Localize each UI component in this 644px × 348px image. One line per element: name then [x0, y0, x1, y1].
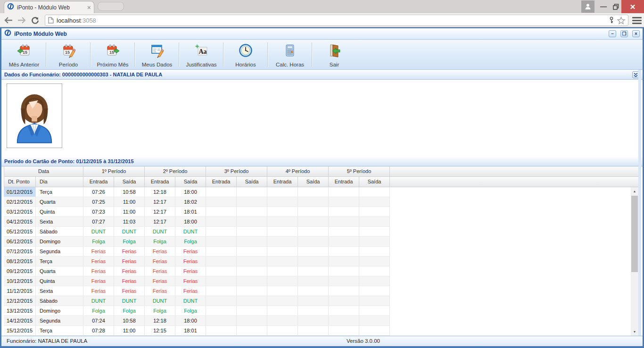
grid-column-header[interactable]: Entrada	[267, 177, 298, 187]
grid-row[interactable]: 05/12/2015SábadoDUNTDUNTDUNTDUNT	[4, 227, 638, 237]
grid-column-header[interactable]: Entrada	[329, 177, 359, 187]
app-close-button[interactable]: ×	[632, 30, 640, 37]
cell-time: Folga	[83, 306, 114, 316]
cell-date[interactable]: 07/12/2015	[4, 247, 36, 257]
grid-row[interactable]: 10/12/2015QuintaFeriasFeriasFeriasFerias	[4, 276, 638, 286]
grid-column-header[interactable]: Saída	[114, 177, 145, 187]
scroll-down-icon[interactable]: ▼	[631, 328, 638, 336]
employee-section-header: Dados do Funcionário: 0000000000000303 -…	[1, 70, 643, 80]
grid-group-header[interactable]: 4º Período	[267, 166, 329, 177]
grid-group-header[interactable]: 1º Período	[83, 166, 145, 177]
grid-column-header[interactable]: Dt. Ponto	[4, 177, 36, 187]
toolbar-justificativas-button[interactable]: Aa+Justificativas	[181, 40, 222, 69]
cell-date[interactable]: 04/12/2015	[4, 217, 36, 227]
cell-day: Quinta	[36, 207, 83, 217]
cell-time: Folga	[175, 237, 206, 247]
grid-row[interactable]: 12/12/2015SábadoDUNTDUNTDUNTDUNT	[4, 296, 638, 306]
toolbar-horarios-button[interactable]: Horários	[225, 40, 266, 69]
grid-row[interactable]: 02/12/2015Quarta07:2511:0012:1718:02	[4, 197, 638, 207]
toolbar-periodo-button[interactable]: 15Período	[48, 40, 89, 69]
back-button[interactable]	[3, 15, 14, 26]
cell-date[interactable]: 09/12/2015	[4, 266, 36, 276]
toolbar-sair-button[interactable]: Sair	[314, 40, 355, 69]
cell-date[interactable]: 06/12/2015	[4, 237, 36, 247]
cell-date[interactable]: 15/12/2015	[4, 326, 36, 336]
app-minimize-button[interactable]: –	[609, 30, 616, 37]
window-restore-button[interactable]	[610, 0, 621, 13]
cell-date[interactable]: 12/12/2015	[4, 296, 36, 306]
toolbar-proximo-mes-button[interactable]: 15Próximo Mês	[92, 40, 133, 69]
grid-group-header[interactable]: 3º Período	[206, 166, 267, 177]
cell-time	[359, 316, 390, 326]
cell-date[interactable]: 03/12/2015	[4, 207, 36, 217]
cell-date[interactable]: 13/12/2015	[4, 306, 36, 316]
grid-row[interactable]: 01/12/2015Terça07:2610:5812:1818:00	[4, 187, 638, 197]
status-bar: Funcionário: NATALIA DE PAULA Versão 3.0…	[1, 336, 643, 346]
grid-scrollbar[interactable]: ▲ ▼	[631, 187, 638, 336]
grid-row[interactable]: 15/12/2015Terça07:2811:0012:1518:01	[4, 326, 638, 336]
grid-row[interactable]: 08/12/2015TerçaFeriasFeriasFeriasFerias	[4, 257, 638, 266]
url-box[interactable]: localhost :3058	[45, 15, 628, 26]
scroll-up-icon[interactable]: ▲	[631, 187, 638, 195]
cell-time: 12:18	[145, 187, 175, 197]
cell-time	[298, 207, 329, 217]
key-icon[interactable]	[609, 17, 614, 24]
cell-time	[206, 247, 237, 257]
app-restore-button[interactable]: ❐	[620, 30, 628, 37]
reload-button[interactable]	[29, 15, 41, 26]
cell-date[interactable]: 11/12/2015	[4, 286, 36, 296]
grid-column-header[interactable]: Saída	[237, 177, 267, 187]
cell-date[interactable]: 14/12/2015	[4, 316, 36, 326]
grid-row[interactable]: 13/12/2015DomingoFolgaFolgaFolgaFolga	[4, 306, 638, 316]
grid-row[interactable]: 03/12/2015Quinta07:2311:0012:1718:01	[4, 207, 638, 217]
grid-column-header[interactable]: Entrada	[206, 177, 237, 187]
grid-row[interactable]: 14/12/2015Segunda07:2410:5812:1818:00	[4, 316, 638, 326]
profile-button[interactable]	[581, 0, 594, 13]
grid-group-header[interactable]: Data	[4, 166, 83, 177]
new-tab-button[interactable]	[98, 2, 124, 11]
grid-group-header[interactable]: 5º Período	[329, 166, 390, 177]
panel-gutter	[638, 70, 641, 336]
grid-column-header[interactable]: Saída	[359, 177, 390, 187]
cell-time: Ferias	[145, 276, 175, 286]
window-minimize-button[interactable]: —	[598, 0, 609, 13]
browser-tab[interactable]: iPonto - Módulo Web ×	[4, 1, 94, 13]
cell-time	[329, 286, 359, 296]
cell-time: Ferias	[145, 247, 175, 257]
toolbar-button-label: Justificativas	[186, 62, 216, 67]
grid-row[interactable]: 06/12/2015DomingoFolgaFolgaFolgaFolga	[4, 237, 638, 247]
svg-text:15: 15	[65, 50, 70, 55]
toolbar-meus-dados-button[interactable]: Meus Dados	[136, 40, 178, 69]
tab-close-icon[interactable]: ×	[87, 4, 91, 11]
cell-day: Sábado	[36, 227, 83, 237]
bookmark-star-icon[interactable]	[617, 17, 625, 25]
toolbar-mes-anterior-button[interactable]: 15Mês Anterior	[3, 40, 45, 69]
forward-arrow-icon	[17, 17, 26, 24]
grid-group-header[interactable]: 2º Período	[145, 166, 206, 177]
grid-column-header[interactable]: Saída	[175, 177, 206, 187]
cell-date[interactable]: 01/12/2015	[4, 187, 36, 197]
cell-time	[206, 326, 237, 336]
grid-column-header[interactable]: Entrada	[83, 177, 114, 187]
grid-column-header[interactable]: Saída	[298, 177, 329, 187]
cell-date[interactable]: 10/12/2015	[4, 276, 36, 286]
tab-title: iPonto - Módulo Web	[17, 4, 84, 11]
window-close-button[interactable]: ✕	[621, 0, 644, 13]
scrollbar-thumb[interactable]	[631, 196, 638, 272]
browser-menu-button[interactable]	[632, 16, 642, 25]
cell-time	[329, 316, 359, 326]
cell-date[interactable]: 05/12/2015	[4, 227, 36, 237]
cell-date[interactable]: 02/12/2015	[4, 197, 36, 207]
grid-row[interactable]: 04/12/2015Sexta07:2711:0312:1718:00	[4, 217, 638, 227]
cell-time: 12:18	[145, 316, 175, 326]
grid-row[interactable]: 11/12/2015SextaFeriasFeriasFeriasFerias	[4, 286, 638, 296]
forward-button[interactable]	[16, 15, 27, 26]
toolbar-calc-horas-button[interactable]: Calc. Horas	[269, 40, 311, 69]
svg-text:+: +	[195, 43, 199, 50]
grid-column-header[interactable]: Dia	[36, 177, 83, 187]
grid-row[interactable]: 07/12/2015SegundaFeriasFeriasFeriasFeria…	[4, 247, 638, 257]
grid-row[interactable]: 09/12/2015QuartaFeriasFeriasFeriasFerias	[4, 266, 638, 276]
cell-date[interactable]: 08/12/2015	[4, 257, 36, 266]
toolbar-separator	[46, 42, 47, 67]
grid-column-header[interactable]: Entrada	[145, 177, 175, 187]
